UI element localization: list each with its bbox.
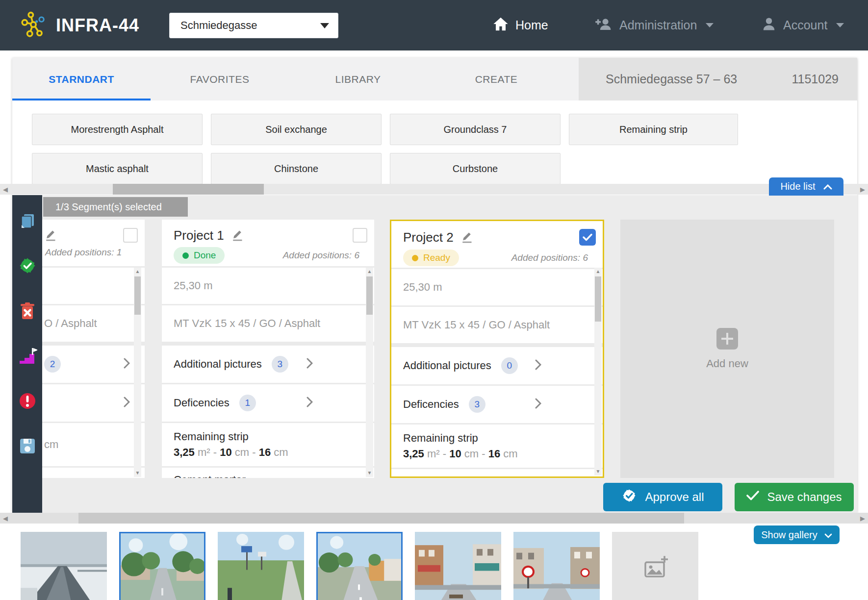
quick-button-curbstone[interactable]: Curbstone — [390, 153, 561, 184]
project-checkbox-checked[interactable] — [579, 229, 596, 246]
street-select[interactable]: Schmiedegasse — [169, 13, 338, 38]
app-logo-icon — [20, 11, 47, 40]
scroll-right-icon[interactable]: ▶ — [860, 186, 865, 193]
scroll-left-icon[interactable]: ◀ — [3, 515, 8, 522]
scrollbar-thumb[interactable] — [78, 513, 684, 524]
card-scrollbar[interactable]: ▲ ▼ — [594, 268, 602, 475]
gallery-thumbnail[interactable] — [218, 532, 304, 600]
remaining-strip-row[interactable]: Remaining strip 3,25 m² - 10 cm - 16 cm — [162, 422, 374, 466]
quick-button-groundclass-7[interactable]: Groundclass 7 — [390, 114, 561, 145]
gallery-thumbnail[interactable] — [316, 532, 403, 600]
scroll-down-icon[interactable]: ▼ — [134, 469, 141, 477]
bottom-row[interactable] — [42, 466, 145, 478]
spec-row[interactable]: MT VzK 15 x 45 / GO / Asphalt — [391, 305, 603, 343]
bottom-row[interactable]: Cement mortar — [391, 468, 603, 478]
pictures-count-badge: 0 — [501, 357, 518, 374]
account-label: Account — [783, 18, 827, 32]
tab-library[interactable]: LIBRARY — [289, 58, 427, 100]
scroll-down-icon[interactable]: ▼ — [594, 468, 602, 475]
strip-depth2-value: 16 — [488, 448, 500, 460]
spec-row[interactable]: MT VzK 15 x 45 / GO / Asphalt — [162, 304, 374, 342]
deficiencies-row[interactable]: Deficencies 3 — [391, 384, 603, 423]
tab-create[interactable]: CREATE — [427, 58, 565, 100]
alert-icon[interactable] — [18, 391, 37, 411]
scrollbar-thumb[interactable] — [366, 276, 373, 315]
pictures-count-badge: 2 — [44, 356, 61, 373]
administration-menu[interactable]: Administration — [595, 0, 714, 50]
deficiencies-label: Deficencies — [403, 398, 459, 411]
spec-row[interactable]: O / Asphalt — [42, 304, 145, 342]
bottom-row[interactable]: Cement mortar — [162, 466, 374, 478]
scroll-left-icon[interactable]: ◀ — [3, 186, 8, 193]
scrollbar-thumb[interactable] — [134, 276, 141, 315]
gallery-thumbnail[interactable] — [119, 532, 205, 600]
gallery-add-placeholder[interactable] — [612, 532, 698, 600]
deficiencies-count-badge: 3 — [469, 396, 485, 413]
delete-trash-icon[interactable] — [18, 301, 37, 321]
length-row[interactable] — [42, 266, 145, 304]
segment-card-partial: Added positions: 1 O / Asphalt 2 cm ▲ ▼ — [42, 220, 145, 478]
pages-copy-icon[interactable] — [18, 211, 37, 230]
quick-button-remaining-strip[interactable]: Remaining strip — [569, 114, 738, 145]
gallery-thumbnail[interactable] — [513, 532, 600, 600]
account-menu[interactable]: Account — [762, 0, 844, 50]
quick-button-mastic-asphalt[interactable]: Mastic asphalt — [32, 153, 203, 184]
deficiencies-row[interactable]: Deficencies 1 — [162, 383, 374, 422]
hide-list-button[interactable]: Hide list — [769, 177, 843, 196]
additional-pictures-row[interactable]: Additional pictures 0 — [391, 343, 603, 384]
approve-all-button[interactable]: Approve all — [603, 483, 722, 511]
bottom-row-label: Cement mortar — [403, 475, 475, 478]
pictures-label: Additional pictures — [174, 358, 262, 371]
deficiencies-row[interactable] — [42, 383, 145, 422]
scrollbar-thumb[interactable] — [595, 276, 601, 322]
length-text: 25,30 m — [403, 281, 442, 294]
scroll-up-icon[interactable]: ▲ — [366, 268, 373, 275]
edit-pencil-icon[interactable] — [461, 229, 474, 245]
card-scrollbar[interactable]: ▲ ▼ — [134, 268, 141, 477]
deficiencies-label: Deficencies — [174, 397, 230, 409]
strip-depth1-unit: cm - — [464, 448, 485, 460]
quick-button-chinstone[interactable]: Chinstone — [211, 153, 382, 184]
status-label: Done — [194, 250, 216, 261]
length-row[interactable]: 25,30 m — [391, 268, 603, 305]
tab-starndart[interactable]: STARNDART — [12, 58, 151, 100]
approved-check-badge-icon[interactable] — [18, 256, 37, 275]
edit-pencil-icon[interactable] — [45, 227, 58, 243]
additional-pictures-row[interactable]: 2 — [42, 342, 145, 383]
horizontal-scrollbar-bottom[interactable]: ◀ ▶ — [0, 513, 868, 524]
scrollbar-thumb[interactable] — [113, 184, 264, 195]
strip-area-value: 3,25 — [403, 448, 424, 460]
segment-checkbox[interactable] — [123, 228, 138, 243]
quick-button-morestrength-asphalt[interactable]: Morestrength Asphalt — [32, 114, 203, 145]
horizontal-scrollbar-top[interactable]: ◀ ▶ — [0, 184, 868, 195]
pictures-label: Additional pictures — [403, 359, 491, 372]
save-changes-label: Save changes — [767, 490, 842, 504]
remaining-strip-row[interactable]: cm — [42, 422, 145, 466]
remaining-strip-row[interactable]: Remaining strip 3,25 m² - 10 cm - 16 cm — [391, 423, 603, 468]
quick-button-soil-exchange[interactable]: Soil exchange — [211, 114, 382, 145]
scroll-right-icon[interactable]: ▶ — [860, 515, 865, 522]
gallery-thumbnail[interactable] — [21, 532, 107, 600]
person-icon — [762, 17, 776, 34]
check-icon — [746, 490, 759, 504]
approve-all-label: Approve all — [645, 490, 704, 504]
project-checkbox[interactable] — [353, 228, 367, 243]
scroll-down-icon[interactable]: ▼ — [366, 469, 373, 477]
card-scrollbar[interactable]: ▲ ▼ — [366, 268, 373, 477]
additional-pictures-row[interactable]: Additional pictures 3 — [162, 342, 374, 383]
scroll-up-icon[interactable]: ▲ — [594, 268, 602, 275]
remaining-strip-values: 3,25 m² - 10 cm - 16 cm — [403, 448, 518, 460]
gallery-thumbnail[interactable] — [415, 532, 501, 600]
tab-favorites[interactable]: FAVORITES — [151, 58, 289, 100]
home-button[interactable]: Home — [493, 0, 548, 50]
length-row[interactable]: 25,30 m — [162, 266, 374, 304]
show-gallery-button[interactable]: Show gallery — [754, 525, 840, 544]
edit-pencil-icon[interactable] — [232, 227, 245, 243]
chevron-right-icon — [306, 358, 313, 371]
strip-depth1-value: 10 — [449, 448, 461, 460]
scroll-up-icon[interactable]: ▲ — [134, 268, 141, 275]
milestone-flag-icon[interactable] — [18, 346, 37, 366]
add-new-panel[interactable]: Add new — [620, 220, 834, 478]
save-disk-icon[interactable] — [18, 436, 37, 456]
save-changes-button[interactable]: Save changes — [735, 483, 854, 511]
